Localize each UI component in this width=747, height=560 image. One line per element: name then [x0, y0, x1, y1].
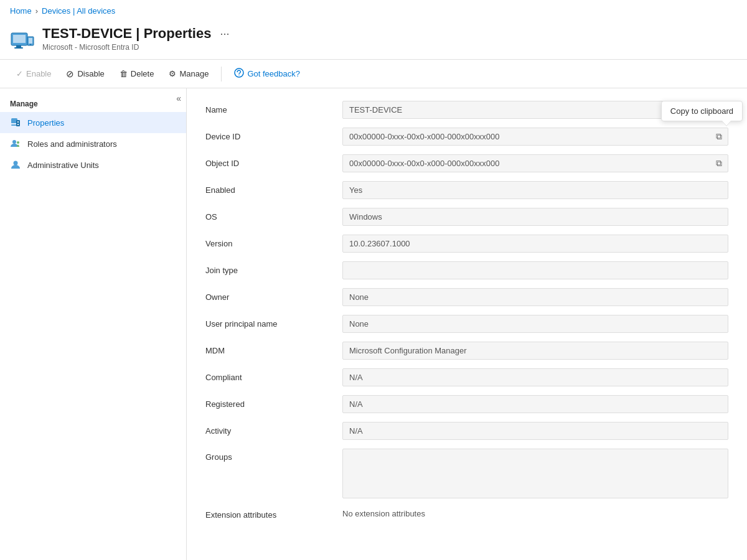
svg-point-15: [12, 140, 16, 144]
sidebar-item-roles[interactable]: Roles and administrators: [0, 133, 186, 154]
toolbar: ✓ Enable ⊘ Disable 🗑 Delete ⚙ Manage Got…: [0, 60, 747, 88]
layout: « Manage Properties: [0, 88, 747, 560]
feedback-icon: [234, 68, 244, 80]
enable-button[interactable]: ✓ Enable: [10, 66, 57, 82]
version-input[interactable]: [342, 235, 728, 253]
os-input[interactable]: [342, 208, 728, 226]
join-type-input[interactable]: [342, 261, 728, 279]
roles-icon: [10, 138, 21, 149]
svg-rect-13: [17, 121, 19, 123]
extension-label: Extension attributes: [205, 509, 342, 520]
trash-icon: 🗑: [120, 69, 128, 78]
device-id-input[interactable]: [342, 128, 728, 146]
object-id-label: Object ID: [205, 159, 342, 168]
page-title: TEST-DEVICE | Properties ···: [42, 26, 233, 42]
manage-button[interactable]: ⚙ Manage: [162, 66, 215, 82]
svg-rect-12: [16, 120, 20, 126]
activity-input[interactable]: [342, 422, 728, 440]
groups-value: [342, 449, 728, 500]
svg-rect-2: [16, 45, 21, 47]
sidebar-item-roles-label: Roles and administrators: [27, 139, 117, 149]
object-id-input[interactable]: [342, 154, 728, 172]
compliant-input[interactable]: [342, 368, 728, 386]
object-id-copy-button[interactable]: ⧉: [713, 157, 725, 170]
property-version-row: Version: [205, 235, 728, 253]
compliant-label: Compliant: [205, 373, 342, 382]
properties-icon: [10, 117, 21, 128]
registered-value: [342, 395, 728, 413]
enabled-value: [342, 181, 728, 199]
registered-input[interactable]: [342, 395, 728, 413]
property-activity-row: Activity: [205, 422, 728, 440]
owner-value: [342, 288, 728, 306]
os-value: [342, 208, 728, 226]
svg-rect-1: [13, 35, 26, 43]
disable-button[interactable]: ⊘ Disable: [60, 65, 110, 83]
device-id-copy-button[interactable]: ⧉: [713, 130, 725, 143]
upn-input[interactable]: [342, 315, 728, 333]
svg-point-7: [235, 68, 243, 77]
main-content: Name Device ID ⧉ Object ID ⧉: [187, 88, 747, 560]
property-join-type-row: Join type: [205, 261, 728, 279]
svg-point-17: [14, 161, 18, 166]
object-id-value: ⧉: [342, 154, 728, 172]
property-extension-row: Extension attributes No extension attrib…: [205, 509, 728, 520]
delete-button[interactable]: 🗑 Delete: [113, 66, 161, 82]
sidebar-collapse-button[interactable]: «: [176, 93, 181, 103]
property-enabled-row: Enabled: [205, 181, 728, 199]
compliant-value: [342, 368, 728, 386]
owner-label: Owner: [205, 292, 342, 302]
device-id-label: Device ID: [205, 132, 342, 141]
property-device-id-row: Device ID ⧉: [205, 128, 728, 146]
property-owner-row: Owner: [205, 288, 728, 306]
sidebar-item-admin-units-label: Administrative Units: [27, 161, 99, 170]
check-icon: ✓: [16, 69, 23, 78]
sidebar-item-properties[interactable]: Properties: [0, 112, 186, 133]
svg-rect-11: [11, 122, 15, 123]
admin-units-icon: [10, 159, 21, 170]
sidebar-manage-label: Manage: [0, 93, 186, 112]
feedback-button[interactable]: Got feedback?: [228, 65, 306, 83]
enabled-input[interactable]: [342, 181, 728, 199]
sidebar-item-properties-label: Properties: [27, 118, 64, 128]
upn-label: User principal name: [205, 319, 342, 329]
version-label: Version: [205, 239, 342, 248]
svg-point-8: [239, 75, 240, 76]
breadcrumb-home[interactable]: Home: [10, 6, 32, 16]
groups-label: Groups: [205, 449, 342, 462]
mdm-input[interactable]: [342, 342, 728, 360]
svg-rect-3: [14, 47, 23, 49]
device-id-value: ⧉: [342, 128, 728, 146]
svg-rect-14: [17, 124, 19, 125]
sidebar-item-admin-units[interactable]: Administrative Units: [0, 154, 186, 175]
circle-icon: ⊘: [66, 68, 74, 80]
activity-value: [342, 422, 728, 440]
property-upn-row: User principal name: [205, 315, 728, 333]
name-label: Name: [205, 105, 342, 114]
property-compliant-row: Compliant: [205, 368, 728, 386]
property-mdm-row: MDM: [205, 342, 728, 360]
header-text: TEST-DEVICE | Properties ··· Microsoft -…: [42, 26, 233, 52]
breadcrumb-devices[interactable]: Devices | All devices: [42, 6, 115, 16]
join-type-value: [342, 261, 728, 279]
gear-icon: ⚙: [169, 69, 176, 78]
svg-point-6: [30, 44, 31, 45]
copy-tooltip: Copy to clipboard: [661, 101, 743, 121]
groups-textarea[interactable]: [342, 449, 728, 498]
mdm-value: [342, 342, 728, 360]
registered-label: Registered: [205, 399, 342, 409]
os-label: OS: [205, 212, 342, 222]
extension-value: No extension attributes: [342, 509, 425, 518]
owner-input[interactable]: [342, 288, 728, 306]
property-name-row: Name: [205, 101, 728, 119]
ellipsis-button[interactable]: ···: [216, 26, 233, 42]
property-groups-row: Groups: [205, 449, 728, 500]
svg-point-16: [17, 141, 19, 144]
property-os-row: OS: [205, 208, 728, 226]
property-registered-row: Registered: [205, 395, 728, 413]
breadcrumb: Home › Devices | All devices: [0, 0, 747, 22]
activity-label: Activity: [205, 426, 342, 436]
breadcrumb-sep1: ›: [35, 6, 38, 16]
mdm-label: MDM: [205, 346, 342, 355]
device-icon: [10, 28, 35, 53]
